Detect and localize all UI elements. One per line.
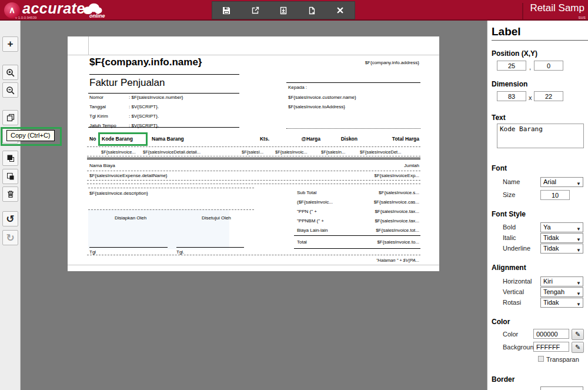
field-company-address[interactable]: $F{company.info.address} [365,60,419,66]
label-tanggal[interactable]: Tanggal [89,104,106,110]
chevron-down-icon: ▼ [576,235,581,244]
field-to-address[interactable]: $F{salesInvoice.toAddress} [288,104,345,110]
field-company-name[interactable]: $F{company.info.name} [89,56,202,68]
detail-field-kode[interactable]: $F{salesInvoice... [101,149,136,155]
label-nama-biaya[interactable]: Nama Biaya [89,163,115,169]
dimension-height-input[interactable] [534,91,563,101]
rotasi-select[interactable]: Tidak ▼ [540,298,583,308]
band-guide-vertical [88,36,89,55]
detail-field-total[interactable]: $F{salesInvoiceDet... [360,149,401,155]
position-y-input[interactable] [534,61,563,71]
label-sub-total[interactable]: Sub Total [297,190,316,196]
field-tgl-kirim[interactable]: : $V{SCRIPT}. [129,114,159,119]
transparan-checkbox[interactable] [538,356,544,362]
import-button[interactable] [275,4,292,18]
field-nomor[interactable]: : $F{salesInvoice.number} [129,95,183,101]
preview-button[interactable] [303,4,320,18]
zoom-in-icon [5,68,15,78]
label-disiapkan-oleh[interactable]: Disiapkan Oleh [115,215,146,221]
detail-field-kts[interactable]: $F{salesI... [242,149,263,155]
font-size-label: Size [503,191,515,198]
field-jatuh-tempo[interactable]: : $V{SCRIPT}. [129,123,159,129]
label-jumlah[interactable]: Jumlah [404,163,419,169]
col-header-diskon[interactable]: Diskon [341,136,358,142]
section-alignment: Alignment [492,264,526,272]
col-header-kode-barang[interactable]: Kode Barang [102,136,133,142]
label-kepada[interactable]: Kepada : [288,85,307,91]
detail-field-harga[interactable]: $F{salesInvoic... [275,149,308,155]
dimension-separator: x [529,94,532,101]
chevron-down-icon: ▼ [576,179,581,188]
col-header-no[interactable]: No [89,136,96,142]
dimension-width-input[interactable] [497,91,526,101]
design-workspace[interactable]: $F{company.info.name} $F{company.info.ad… [21,21,487,390]
redo-button[interactable]: ↻ [2,230,18,245]
send-to-back-button[interactable] [2,169,18,184]
zoom-in-button[interactable] [2,65,18,80]
trash-icon [6,189,15,199]
delete-button[interactable] [2,186,18,202]
bring-to-front-button[interactable] [2,151,18,166]
undo-button[interactable]: ↺ [2,211,18,226]
detail-field-diskon[interactable]: $F{salesIn... [321,149,345,155]
zoom-out-button[interactable] [2,82,18,98]
field-expense-amount[interactable]: $F{salesInvoiceExp... [375,173,419,179]
field-ppn[interactable]: $F{salesInvoice.tax... [375,209,419,215]
export-button[interactable] [246,4,264,18]
background-picker-button[interactable]: ✎ [572,342,584,353]
duplicate-icon [6,113,15,122]
export-icon [250,6,260,15]
label-disetujui-oleh[interactable]: Disetujui Oleh [202,215,231,221]
color-picker-button[interactable]: ✎ [572,329,584,340]
band-guide-horizontal [68,55,439,55]
field-description[interactable]: $F{salesInvoice.description} [89,191,148,196]
field-sub-total[interactable]: $F{salesInvoice.s... [379,190,419,196]
horizontal-label: Horizontal [503,278,532,285]
font-name-value: Arial [543,178,556,185]
position-x-input[interactable] [497,61,526,71]
field-expense-name[interactable]: $F{salesInvoiceExpense.detailName} [89,173,168,179]
field-cash-discount[interactable]: $F{salesInvoice.cas... [374,199,419,205]
font-size-input[interactable] [540,190,570,200]
col-header-harga[interactable]: @Harga [302,136,320,142]
col-header-nama-barang[interactable]: Nama Barang [152,136,184,142]
horizontal-select[interactable]: Kiri ▼ [540,276,583,286]
duplicate-button[interactable] [2,110,18,125]
underline-select[interactable]: Tidak ▼ [540,244,583,254]
rotasi-value: Tidak [543,299,559,306]
top-bar: ∧ accurate online v 1.0.0.94539 [0,0,588,21]
label-cash-discount[interactable]: ($F{salesInvoic... [297,199,333,205]
field-customer-name[interactable]: $F{salesInvoice.customer.name} [288,95,356,101]
label-nomor[interactable]: Nomor [89,95,103,101]
font-name-select[interactable]: Arial ▼ [540,177,583,187]
col-header-total-harga[interactable]: Total Harga [392,136,419,142]
chevron-down-icon: ▼ [576,246,581,255]
label-tgl-kirim[interactable]: Tgl Kirim [89,114,108,119]
field-page-footer[interactable]: "Halaman " + $V{PA... [376,258,419,263]
add-element-button[interactable]: + [2,36,18,52]
save-button[interactable] [218,4,235,18]
bold-select[interactable]: Ya ▼ [540,222,583,232]
close-button[interactable] [332,4,349,18]
detail-field-nama[interactable]: $F{salesInvoiceDetail.detail... [143,149,201,155]
background-input[interactable] [533,342,569,352]
field-ppnbm[interactable]: $F{salesInvoice.tax... [375,218,419,224]
label-total[interactable]: Total [297,239,307,245]
panel-title-divider [492,40,588,41]
label-ppn[interactable]: "PPN (" + [297,209,317,215]
text-value-input[interactable] [497,124,584,148]
label-biaya-lain[interactable]: Biaya Lain-lain [297,228,328,234]
italic-select[interactable]: Tidak ▼ [540,233,583,243]
color-input[interactable] [533,329,569,339]
field-tanggal[interactable]: : $V{SCRIPT}. [129,104,159,110]
col-header-kts[interactable]: Kts. [260,136,269,142]
underline-label: Underline [503,245,530,252]
vertical-select[interactable]: Tengah ▼ [540,287,583,297]
field-biaya-lain[interactable]: $F{salesInvoice.tot... [376,228,419,234]
field-total[interactable]: $F{salesInvoice.to... [377,239,419,245]
label-jatuh-tempo[interactable]: Jatuh Tempo [89,123,116,129]
label-ppnbm[interactable]: "PPNBM (" + [297,218,324,224]
brand-name: accurate [22,0,85,17]
border-select[interactable]: ▼ [540,386,583,390]
label-doc-title[interactable]: Faktur Penjualan [89,77,165,89]
